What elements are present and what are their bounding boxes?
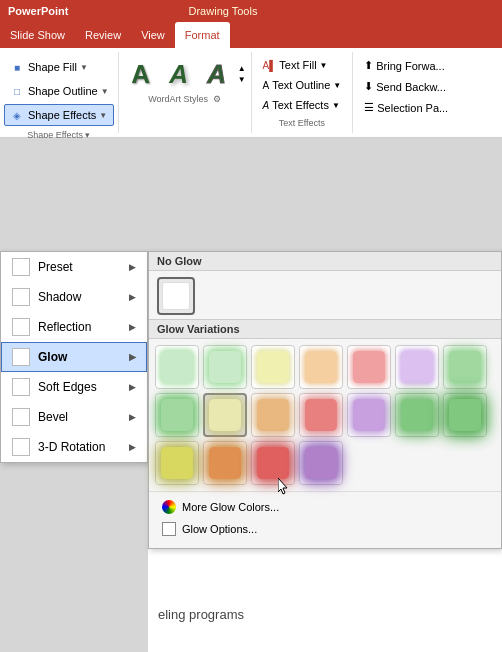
app-wrapper: PowerPoint Drawing Tools Slide Show Revi…	[0, 0, 502, 652]
glow-swatch-6[interactable]	[395, 345, 439, 389]
glow-inner-7	[449, 351, 481, 383]
menu-item-soft-edges[interactable]: Soft Edges ▶	[1, 372, 147, 402]
ribbon: ■ Shape Fill ▼ □ Shape Outline ▼ ◈ Shape…	[0, 48, 502, 138]
3d-rotation-icon	[12, 438, 30, 456]
reflection-caret: ▶	[129, 322, 136, 332]
wordart-scroll: ▲ ▼	[237, 63, 247, 85]
menu-item-3d-rotation[interactable]: 3-D Rotation ▶	[1, 432, 147, 462]
tab-review[interactable]: Review	[75, 22, 131, 48]
glow-swatch-16[interactable]	[203, 441, 247, 485]
text-fill-button[interactable]: A▌ Text Fill ▼	[258, 56, 347, 74]
preset-caret: ▶	[129, 262, 136, 272]
no-glow-label: No Glow	[149, 252, 501, 271]
menu-item-glow[interactable]: Glow ▶	[1, 342, 147, 372]
text-effects-button[interactable]: A Text Effects ▼	[258, 96, 347, 114]
glow-inner-4	[305, 351, 337, 383]
no-glow-swatch[interactable]	[157, 277, 195, 315]
soft-edges-caret: ▶	[129, 382, 136, 392]
glow-swatch-3[interactable]	[251, 345, 295, 389]
glow-inner-18	[305, 447, 337, 479]
glow-swatch-1[interactable]	[155, 345, 199, 389]
glow-variations-label: Glow Variations	[149, 319, 501, 339]
menu-item-reflection[interactable]: Reflection ▶	[1, 312, 147, 342]
wordart-button-2[interactable]: A	[161, 56, 197, 92]
text-fill-caret: ▼	[320, 61, 328, 70]
main-area: nt Tips ↻ eling programs Preset ▶ Shadow…	[0, 138, 502, 652]
glow-swatch-12[interactable]	[347, 393, 391, 437]
glow-inner-13	[401, 399, 433, 431]
shadow-icon	[12, 288, 30, 306]
wordart-button-3[interactable]: A	[199, 56, 235, 92]
shape-fill-icon: ■	[9, 59, 25, 75]
bring-forward-button[interactable]: ⬆ Bring Forwa...	[359, 56, 453, 75]
3d-rotation-caret: ▶	[129, 442, 136, 452]
glow-swatch-17[interactable]	[251, 441, 295, 485]
glow-options-item[interactable]: Glow Options...	[157, 518, 493, 540]
send-backward-button[interactable]: ⬇ Send Backw...	[359, 77, 453, 96]
glow-footer: More Glow Colors... Glow Options...	[149, 491, 501, 544]
title-bar: PowerPoint Drawing Tools	[0, 0, 502, 22]
tab-view[interactable]: View	[131, 22, 175, 48]
menu-item-preset[interactable]: Preset ▶	[1, 252, 147, 282]
wordart-styles-group: A A A ▲ ▼ WordArt Styles ⚙	[119, 52, 252, 133]
shape-fill-button[interactable]: ■ Shape Fill ▼	[4, 56, 114, 78]
glow-swatch-9[interactable]	[203, 393, 247, 437]
glow-swatch-10[interactable]	[251, 393, 295, 437]
drawing-tools-label: Drawing Tools	[189, 5, 258, 17]
glow-swatch-11[interactable]	[299, 393, 343, 437]
glow-swatch-15[interactable]	[155, 441, 199, 485]
menu-item-bevel[interactable]: Bevel ▶	[1, 402, 147, 432]
shape-effects-button[interactable]: ◈ Shape Effects ▼	[4, 104, 114, 126]
glow-swatch-13[interactable]	[395, 393, 439, 437]
text-fill-icon: A▌	[263, 60, 277, 71]
text-outline-button[interactable]: A Text Outline ▼	[258, 76, 347, 94]
arrange-group: ⬆ Bring Forwa... ⬇ Send Backw... ☰ Selec…	[353, 52, 459, 133]
wordart-scroll-down[interactable]: ▼	[238, 74, 246, 85]
bring-forward-icon: ⬆	[364, 59, 373, 72]
glow-caret: ▶	[129, 352, 136, 362]
soft-edges-icon	[12, 378, 30, 396]
no-glow-swatch-inner	[162, 282, 190, 310]
glow-inner-6	[401, 351, 433, 383]
text-effects-caret: ▼	[332, 101, 340, 110]
preset-icon	[12, 258, 30, 276]
tab-format[interactable]: Format	[175, 22, 230, 48]
glow-swatch-4[interactable]	[299, 345, 343, 389]
no-glow-area	[149, 271, 501, 319]
ribbon-tabs: Slide Show Review View Format	[0, 22, 502, 48]
text-effects-icon: A	[263, 100, 270, 111]
glow-inner-8	[161, 399, 193, 431]
selection-pane-button[interactable]: ☰ Selection Pa...	[359, 98, 453, 117]
glow-inner-12	[353, 399, 385, 431]
text-outline-caret: ▼	[333, 81, 341, 90]
wordart-scroll-up[interactable]: ▲	[238, 63, 246, 74]
more-glow-colors-item[interactable]: More Glow Colors...	[157, 496, 493, 518]
glow-options-icon	[162, 522, 176, 536]
glow-inner-2	[209, 351, 241, 383]
glow-swatch-14[interactable]	[443, 393, 487, 437]
shape-outline-icon: □	[9, 83, 25, 99]
glow-submenu: No Glow Glow Variations	[148, 251, 502, 549]
selection-pane-icon: ☰	[364, 101, 374, 114]
tab-slideshow[interactable]: Slide Show	[0, 22, 75, 48]
reflection-icon	[12, 318, 30, 336]
shape-outline-button[interactable]: □ Shape Outline ▼	[4, 80, 114, 102]
glow-inner-14	[449, 399, 481, 431]
shape-effects-menu: Preset ▶ Shadow ▶ Reflection ▶ Glow ▶ So…	[0, 251, 148, 463]
glow-inner-3	[257, 351, 289, 383]
shape-effects-caret: ▼	[99, 111, 107, 120]
glow-swatch-18[interactable]	[299, 441, 343, 485]
menu-item-shadow[interactable]: Shadow ▶	[1, 282, 147, 312]
glow-swatch-8[interactable]	[155, 393, 199, 437]
glow-inner-16	[209, 447, 241, 479]
slide-body-text: eling programs	[158, 607, 244, 622]
glow-swatch-7[interactable]	[443, 345, 487, 389]
text-effects-group: A▌ Text Fill ▼ A Text Outline ▼ A Text E…	[252, 52, 354, 133]
glow-inner-9	[209, 399, 241, 431]
glow-inner-17	[257, 447, 289, 479]
glow-swatch-5[interactable]	[347, 345, 391, 389]
wordart-button-1[interactable]: A	[123, 56, 159, 92]
app-title: PowerPoint	[8, 5, 69, 17]
glow-inner-5	[353, 351, 385, 383]
glow-swatch-2[interactable]	[203, 345, 247, 389]
